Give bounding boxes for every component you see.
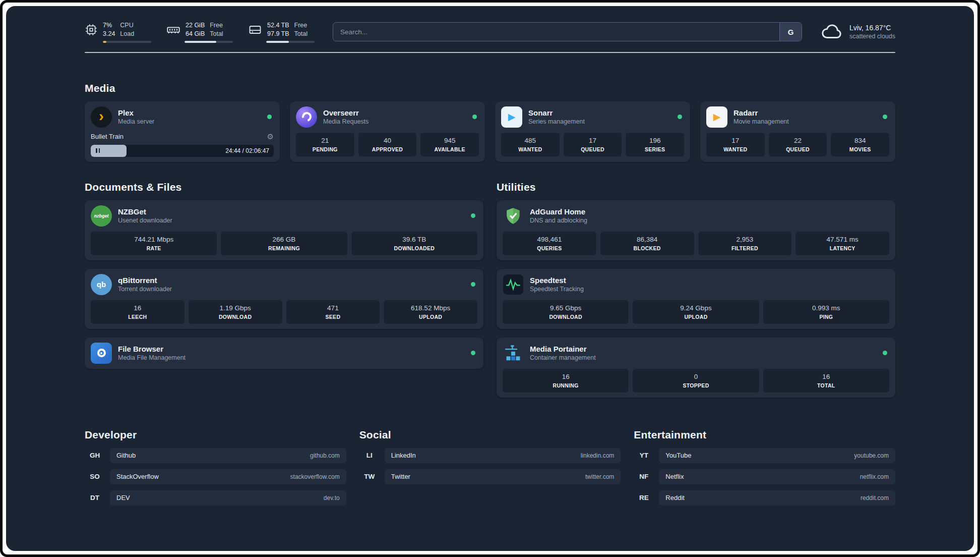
card-title: Radarr: [733, 108, 877, 117]
cpu-metric: 7% 3.24 CPU Load: [85, 21, 151, 43]
bookmark-reddit[interactable]: RE Reddit reddit.com: [634, 490, 895, 506]
search-bar: G: [333, 22, 802, 41]
card-filebrowser[interactable]: File Browser Media File Management: [85, 338, 483, 369]
disk-icon: [248, 23, 262, 37]
bookmark-domain: github.com: [310, 452, 340, 459]
cpu-label-2: Load: [120, 30, 134, 38]
bookmark-domain: dev.to: [324, 494, 340, 502]
memory-total: 64 GiB: [186, 30, 205, 38]
qbittorrent-icon: qb: [91, 274, 112, 295]
card-nzbget[interactable]: nzbget NZBGet Usenet downloader 744.21 M…: [85, 200, 483, 260]
bookmark-stackoverflow[interactable]: SO StackOverflow stackoverflow.com: [85, 469, 346, 484]
card-title: AdGuard Home: [530, 207, 889, 216]
bookmark-abbr: NF: [634, 473, 654, 480]
card-subtitle: Torrent downloader: [118, 286, 465, 293]
bookmark-linkedin[interactable]: LI LinkedIn linkedin.com: [359, 448, 621, 463]
status-dot: [472, 115, 477, 119]
player-time: 24:44 / 02:06:47: [225, 147, 274, 154]
card-subtitle: DNS and adblocking: [530, 217, 889, 224]
section-documents: Documents & Files nzbget NZBGet Usenet d…: [85, 181, 483, 369]
bookmark-abbr: RE: [634, 494, 654, 502]
stat-box: 39.6 TB DOWNLOADED: [351, 232, 477, 255]
bookmark-abbr: DT: [85, 494, 105, 502]
card-qbittorrent[interactable]: qb qBittorrent Torrent downloader 16 LEE…: [85, 269, 483, 329]
weather-location: Lviv, 16.87°C: [849, 24, 895, 32]
pause-icon[interactable]: [96, 148, 100, 153]
stat-box: 17 QUEUED: [564, 133, 622, 156]
portainer-icon: [503, 343, 524, 364]
stat-box: 266 GB REMAINING: [221, 232, 347, 255]
card-radarr[interactable]: ▶ Radarr Movie management 17 WANTED 22: [700, 101, 895, 162]
card-portainer[interactable]: Media Portainer Container management 16 …: [497, 338, 895, 398]
status-dot: [471, 351, 475, 355]
gear-icon[interactable]: ⚙: [267, 132, 274, 141]
bookmark-name: StackOverflow: [116, 473, 159, 480]
bookmark-abbr: TW: [359, 473, 380, 480]
bookmark-domain: youtube.com: [854, 452, 889, 459]
weather-widget: Lviv, 16.87°C scattered clouds: [820, 23, 895, 40]
stat-box: 16 RUNNING: [503, 369, 629, 393]
plex-player-bar[interactable]: 24:44 / 02:06:47: [91, 145, 274, 157]
status-dot: [471, 282, 475, 287]
stat-box: 744.21 Mbps RATE: [91, 232, 217, 255]
bookmark-github[interactable]: GH Github github.com: [85, 448, 346, 463]
bookmark-domain: twitter.com: [585, 473, 614, 480]
bookmark-abbr: YT: [634, 452, 654, 459]
stat-box: 47.571 ms LATENCY: [795, 232, 889, 255]
card-title: Overseerr: [323, 108, 466, 117]
bookmark-domain: linkedin.com: [581, 452, 615, 459]
card-speedtest[interactable]: Speedtest Speedtest Tracking 9.65 Gbps D…: [497, 269, 895, 329]
stat-box: 9.65 Gbps DOWNLOAD: [503, 300, 629, 324]
bookmark-youtube[interactable]: YT YouTube youtube.com: [634, 448, 895, 463]
bookmark-name: Reddit: [665, 494, 685, 502]
card-subtitle: Speedtest Tracking: [530, 286, 889, 293]
bookmark-dev[interactable]: DT DEV dev.to: [85, 490, 346, 506]
card-title: Speedtest: [530, 276, 889, 285]
stat-box: 0 STOPPED: [633, 369, 759, 393]
search-input[interactable]: [333, 23, 779, 41]
card-subtitle: Usenet downloader: [118, 217, 465, 224]
bookmark-name: Twitter: [391, 473, 410, 480]
bookmark-name: Netflix: [665, 473, 684, 480]
bookmark-name: DEV: [116, 494, 130, 502]
status-dot: [883, 115, 887, 119]
card-subtitle: Media server: [118, 118, 261, 125]
section-title-social: Social: [359, 429, 621, 441]
disk-bar: [266, 41, 315, 43]
bookmark-abbr: GH: [85, 452, 105, 459]
stat-box: 16 LEECH: [91, 300, 185, 324]
system-metrics: 7% 3.24 CPU Load: [85, 21, 315, 43]
topbar: 7% 3.24 CPU Load: [85, 21, 895, 43]
card-sonarr[interactable]: ▶ Sonarr Series management 485 WANTED 17: [495, 101, 690, 162]
cpu-percent: 7%: [103, 21, 115, 30]
disk-total: 97.9 TB: [267, 30, 289, 38]
disk-label-2: Total: [294, 30, 308, 38]
bookmark-name: YouTube: [665, 452, 691, 459]
section-title-media: Media: [85, 82, 895, 94]
cpu-bar: [103, 41, 151, 43]
card-adguard[interactable]: AdGuard Home DNS and adblocking 498,461 …: [497, 200, 895, 260]
stat-box: 618.52 Mbps UPLOAD: [384, 300, 477, 324]
disk-free: 52.4 TB: [267, 21, 289, 30]
card-title: Sonarr: [528, 108, 671, 117]
ram-icon: [166, 23, 180, 37]
bookmark-domain: stackoverflow.com: [290, 473, 340, 480]
speedtest-icon: [503, 274, 524, 295]
memory-bar: [185, 41, 233, 43]
memory-label-2: Total: [210, 30, 223, 38]
stat-box: 2,953 FILTERED: [698, 232, 792, 255]
section-title-documents: Documents & Files: [85, 181, 483, 193]
card-subtitle: Container management: [530, 354, 877, 361]
card-overseerr[interactable]: Overseerr Media Requests 21 PENDING 40 A…: [290, 101, 485, 162]
cpu-load: 3.24: [103, 30, 115, 38]
section-utilities: Utilities AdGuard Home: [497, 181, 895, 398]
search-engine-button[interactable]: G: [779, 23, 802, 41]
cpu-chip-icon: [85, 23, 98, 36]
sonarr-icon: ▶: [501, 106, 522, 128]
stat-box: 945 AVAILABLE: [420, 133, 479, 156]
bookmark-twitter[interactable]: TW Twitter twitter.com: [359, 469, 621, 484]
bookmark-name: Github: [116, 452, 136, 459]
card-plex[interactable]: › Plex Media server Bullet Train ⚙: [85, 101, 280, 162]
card-title: File Browser: [118, 345, 465, 353]
bookmark-netflix[interactable]: NF Netflix netflix.com: [634, 469, 895, 484]
